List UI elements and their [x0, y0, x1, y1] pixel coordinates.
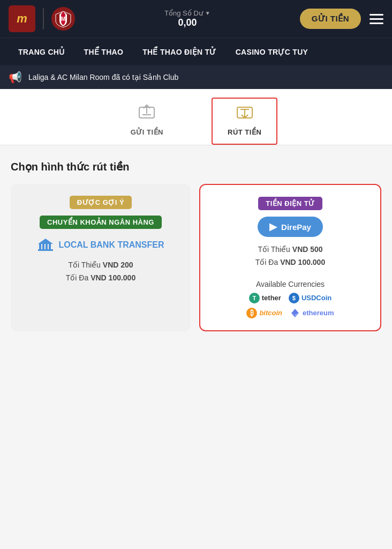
tab-rut-tien[interactable]: RÚT TIỀN	[212, 98, 277, 145]
deposit-tab-icon	[138, 103, 155, 124]
bank-icon-row: LOCAL BANK TRANSFER	[37, 238, 164, 253]
ethereum-currency: ethereum	[290, 308, 334, 318]
tether-currency: T tether	[249, 293, 281, 303]
tab-gui-tien[interactable]: GỬI TIỀN	[115, 98, 179, 145]
bank-building-icon	[37, 238, 54, 253]
balance-value: 0,00	[178, 17, 197, 28]
ethereum-label: ethereum	[303, 309, 334, 317]
svg-text:M: M	[61, 16, 65, 22]
bitcoin-label: bitcoin	[259, 309, 282, 317]
bank-transfer-badge: CHUYỂN KHOẢN NGÂN HÀNG	[40, 216, 162, 229]
usdc-icon: $	[289, 293, 299, 303]
milan-logo: M	[51, 7, 75, 31]
tab-rut-tien-label: RÚT TIỀN	[228, 128, 261, 136]
header: m M Tổng Số Dư ▼ 0,00 GỬI TIỀN	[0, 0, 392, 38]
chevron-down-icon: ▼	[205, 10, 210, 16]
svg-rect-8	[46, 244, 48, 249]
currency-row-1: T tether $ USDCoin	[246, 293, 334, 303]
deposit-button[interactable]: GỬI TIỀN	[300, 9, 361, 29]
svg-marker-10	[38, 239, 53, 244]
nav-trang-chu[interactable]: TRANG CHỦ	[9, 48, 74, 56]
balance-label: Tổng Số Dư ▼	[164, 9, 210, 17]
svg-rect-7	[42, 244, 44, 249]
main-nav: TRANG CHỦ THỂ THAO THỂ THAO ĐIỆN TỬ CASI…	[0, 38, 392, 65]
tab-gui-tien-label: GỬI TIỀN	[131, 128, 163, 136]
nav-the-thao[interactable]: THỂ THAO	[74, 48, 133, 56]
section-title: Chọn hình thức rút tiền	[11, 160, 381, 173]
tether-icon: T	[249, 293, 260, 303]
usdc-label: USDCoin	[301, 294, 331, 302]
svg-rect-6	[39, 244, 41, 249]
main-logo: m	[9, 5, 35, 32]
recommended-badge: ĐƯỢC GỢI Ý	[70, 196, 132, 209]
transfer-text: TRANSFER	[117, 240, 164, 249]
ethereum-icon	[290, 308, 300, 318]
main-content: Chọn hình thức rút tiền ĐƯỢC GỢI Ý CHUYỂ…	[0, 145, 392, 467]
direpay-label: DirePay	[281, 222, 311, 232]
tabs-section: GỬI TIỀN RÚT TIỀN	[0, 89, 392, 145]
bank-label-text: LOCAL BANK TRANSFER	[58, 240, 164, 250]
balance-area[interactable]: Tổng Số Dư ▼ 0,00	[164, 9, 210, 28]
currencies-title: Available Currencies	[246, 280, 334, 288]
megaphone-icon: 📢	[9, 71, 22, 84]
payment-cards-row: ĐƯỢC GỢI Ý CHUYỂN KHOẢN NGÂN HÀNG LOCAL …	[11, 184, 381, 331]
crypto-card[interactable]: TIỀN ĐIỆN TỬ ▶ DirePay Tối Thiểu VND 500…	[199, 184, 381, 331]
header-right: GỬI TIỀN	[300, 9, 383, 29]
crypto-limits: Tối Thiểu VND 500 Tối Đa VND 100.000	[255, 243, 325, 269]
menu-button[interactable]	[370, 14, 383, 24]
svg-rect-9	[49, 244, 51, 249]
local-text: LOCAL BANK	[58, 240, 115, 249]
nav-casino[interactable]: CASINO TRỰC TUY	[226, 48, 318, 56]
ticker-text: Laliga & AC Milan Room đã có tại Sảnh Cl…	[28, 73, 178, 81]
ticker-bar: 📢 Laliga & AC Milan Room đã có tại Sảnh …	[0, 65, 392, 89]
currencies-section: Available Currencies T tether $ USDCoin …	[246, 280, 334, 318]
tether-label: tether	[262, 294, 281, 302]
usdc-currency: $ USDCoin	[289, 293, 331, 303]
bitcoin-icon: ₿	[246, 308, 257, 318]
bank-limits: Tối Thiểu VND 200 Tối Đa VND 100.000	[66, 259, 135, 285]
direpay-logo-icon: ▶	[269, 221, 277, 233]
svg-rect-11	[38, 249, 53, 251]
withdraw-tab-icon	[236, 103, 253, 124]
logo-area: m M	[9, 5, 75, 32]
currency-row-2: ₿ bitcoin ethereum	[246, 308, 334, 318]
bitcoin-currency: ₿ bitcoin	[246, 308, 282, 318]
tabs-container: GỬI TIỀN RÚT TIỀN	[0, 98, 392, 145]
crypto-badge: TIỀN ĐIỆN TỬ	[258, 197, 322, 210]
direpay-button[interactable]: ▶ DirePay	[258, 217, 323, 237]
bank-transfer-card[interactable]: ĐƯỢC GỢI Ý CHUYỂN KHOẢN NGÂN HÀNG LOCAL …	[11, 184, 191, 331]
nav-the-thao-dien-tu[interactable]: THỂ THAO ĐIỆN TỬ	[133, 48, 225, 56]
logo-divider	[43, 8, 44, 29]
